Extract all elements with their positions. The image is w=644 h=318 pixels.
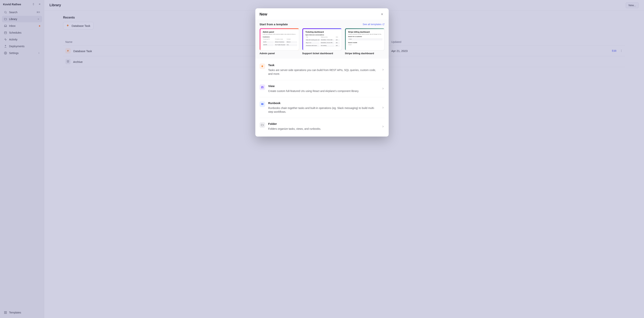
svg-rect-12 — [261, 87, 262, 88]
template-label: Support ticket dashboard — [302, 52, 342, 55]
template-card-admin-panel[interactable]: Admin panel Look up a customer, edit cus… — [260, 28, 299, 55]
chevron-right-icon — [382, 125, 384, 128]
option-task[interactable]: Task Tasks are server-side operations yo… — [260, 59, 384, 80]
option-desc: Tasks are server-side operations you can… — [268, 68, 378, 76]
template-label: Admin panel — [260, 52, 299, 55]
see-all-label: See all templates — [362, 23, 382, 26]
template-thumbnail: Admin panel Look up a customer, edit cus… — [260, 28, 299, 50]
bolt-icon — [260, 64, 265, 69]
templates-section: Start from a template See all templates … — [255, 20, 389, 58]
option-desc: Create custom full-featured UIs using Re… — [268, 89, 378, 93]
chevron-right-icon — [382, 87, 384, 90]
template-card-support-ticket[interactable]: Ticketing dashboard Open Intercom conver… — [302, 28, 342, 55]
template-thumbnail: Ticketing dashboard Open Intercom conver… — [302, 28, 342, 50]
svg-rect-13 — [262, 87, 264, 88]
option-title: Task — [268, 64, 378, 67]
external-link-icon — [382, 23, 384, 26]
modal-title: New — [260, 12, 267, 16]
option-runbook[interactable]: Runbook Runbooks chain together tasks an… — [260, 97, 384, 118]
templates-heading: Start from a template — [260, 23, 288, 26]
template-label: Stripe billing dashboard — [345, 52, 384, 55]
svg-rect-11 — [261, 86, 264, 87]
see-all-templates-link[interactable]: See all templates — [362, 23, 384, 26]
close-icon[interactable] — [380, 12, 384, 16]
chevron-right-icon — [382, 106, 384, 109]
folder-icon — [260, 122, 265, 128]
option-desc: Folders organize tasks, views, and runbo… — [268, 127, 378, 131]
option-title: Folder — [268, 122, 378, 126]
modal-header: New — [255, 8, 389, 20]
template-thumbnail: Stripe billing dashboard Lookup customer… — [345, 28, 384, 50]
new-modal: New Start from a template See all templa… — [255, 8, 389, 136]
chevron-right-icon — [382, 68, 384, 71]
option-title: View — [268, 84, 378, 88]
template-card-stripe-billing[interactable]: Stripe billing dashboard Lookup customer… — [345, 28, 384, 55]
option-desc: Runbooks chain together tasks and built-… — [268, 106, 378, 114]
create-options: Task Tasks are server-side operations yo… — [255, 58, 389, 136]
option-title: Runbook — [268, 102, 378, 104]
option-view[interactable]: View Create custom full-featured UIs usi… — [260, 80, 384, 97]
book-icon — [260, 102, 265, 107]
option-folder[interactable]: Folder Folders organize tasks, views, an… — [260, 118, 384, 135]
layout-icon — [260, 84, 265, 90]
